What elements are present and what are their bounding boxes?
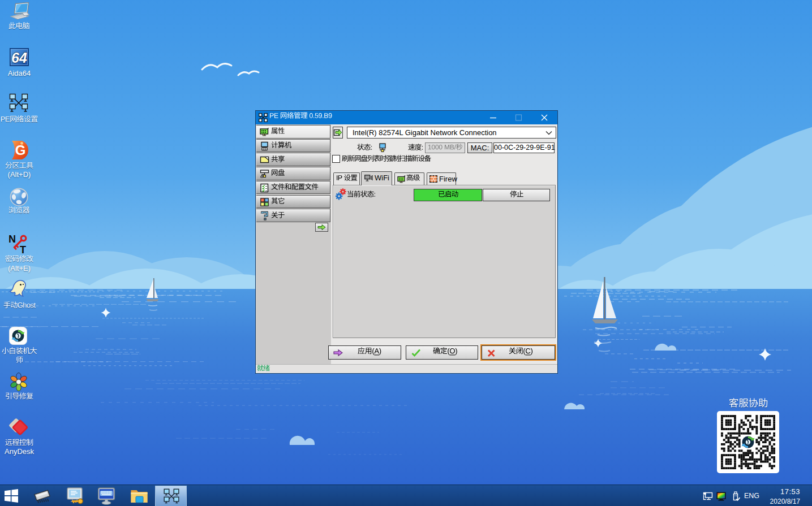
svg-text:G: G [15,142,26,158]
svg-text:64: 64 [11,50,27,66]
svg-text:N: N [9,234,16,245]
svg-text:T: T [20,244,26,254]
